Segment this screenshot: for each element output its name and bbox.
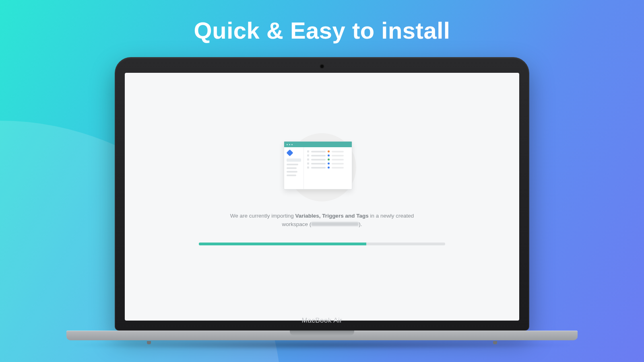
status-dot-icon: [328, 150, 330, 152]
progress-bar: [199, 243, 445, 245]
illustration-sidebar: [284, 147, 303, 189]
illustration-rows: [303, 147, 352, 189]
laptop-mockup: MacBook Air: [115, 57, 529, 331]
illustration-titlebar: [284, 142, 352, 147]
trackpad-notch: [290, 331, 354, 335]
workspace-name-redacted: [311, 222, 359, 226]
laptop-screen: We are currently importing Variables, Tr…: [125, 73, 519, 321]
device-label: MacBook Air: [115, 317, 529, 325]
status-strong: Variables, Triggers and Tags: [295, 213, 369, 219]
laptop-foot: [147, 341, 151, 344]
laptop-base: [66, 331, 578, 346]
status-dot-icon: [328, 158, 330, 160]
import-illustration: [282, 133, 362, 202]
status-dot-icon: [328, 154, 330, 156]
camera-dot-icon: [320, 65, 324, 68]
illustration-panel: [284, 141, 352, 189]
laptop-lid: MacBook Air: [115, 57, 529, 331]
promo-slide: Quick & Easy to install MacBook Air: [0, 0, 644, 362]
tag-manager-icon: [287, 150, 293, 156]
status-dot-icon: [328, 162, 330, 165]
status-dot-icon: [328, 167, 330, 169]
progress-fill: [199, 243, 366, 245]
laptop-foot: [493, 341, 497, 344]
headline: Quick & Easy to install: [0, 17, 644, 44]
status-suffix: ).: [359, 221, 362, 227]
import-progress-view: We are currently importing Variables, Tr…: [125, 73, 519, 321]
status-message: We are currently importing Variables, Tr…: [217, 212, 427, 229]
status-prefix: We are currently importing: [230, 213, 295, 219]
